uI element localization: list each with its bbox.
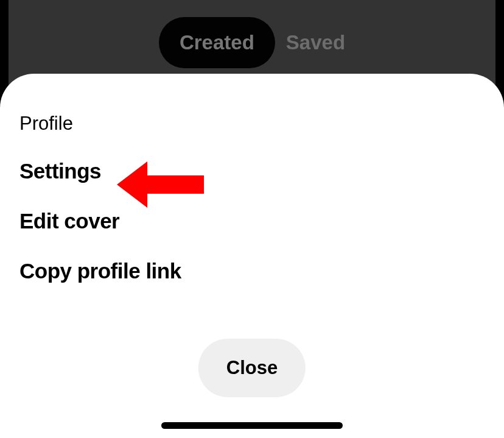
menu-item-copy-profile-link[interactable]: Copy profile link <box>19 259 504 283</box>
close-button[interactable]: Close <box>198 339 306 397</box>
menu-item-settings[interactable]: Settings <box>19 159 101 183</box>
home-indicator[interactable] <box>161 422 343 429</box>
bottom-sheet: Profile Settings Edit cover Copy profile… <box>0 74 504 438</box>
tab-saved-label: Saved <box>286 31 345 54</box>
menu-item-edit-cover[interactable]: Edit cover <box>19 209 504 233</box>
tab-created[interactable]: Created <box>159 17 275 68</box>
sheet-header: Profile <box>19 113 504 135</box>
tab-created-label: Created <box>180 31 254 54</box>
dimmed-tabs-area: Created Saved <box>9 0 495 85</box>
close-button-label: Close <box>226 357 278 378</box>
tab-saved[interactable]: Saved <box>286 31 345 54</box>
